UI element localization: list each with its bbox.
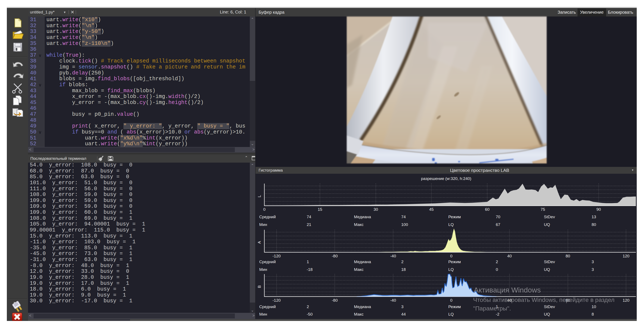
svg-text:-120: -120 xyxy=(272,254,280,258)
svg-text:-120: -120 xyxy=(272,298,280,302)
svg-text:-80: -80 xyxy=(332,298,338,302)
svg-text:30: 30 xyxy=(374,207,378,212)
svg-text:45: 45 xyxy=(429,207,434,212)
svg-text:80: 80 xyxy=(566,254,570,258)
svg-text:0: 0 xyxy=(450,254,452,258)
svg-text:-80: -80 xyxy=(332,254,338,258)
svg-text:-40: -40 xyxy=(390,254,396,258)
svg-text:0: 0 xyxy=(450,298,452,302)
svg-text:B: B xyxy=(257,286,262,288)
svg-text:60: 60 xyxy=(485,207,489,212)
svg-text:90: 90 xyxy=(596,207,601,212)
svg-text:120: 120 xyxy=(622,254,630,258)
svg-text:A: A xyxy=(257,241,262,244)
svg-text:120: 120 xyxy=(622,298,630,302)
svg-text:-40: -40 xyxy=(390,298,396,302)
svg-text:0: 0 xyxy=(263,207,266,212)
svg-text:L: L xyxy=(257,195,262,198)
svg-text:75: 75 xyxy=(540,207,545,212)
svg-text:15: 15 xyxy=(318,207,322,212)
svg-text:40: 40 xyxy=(507,254,512,258)
